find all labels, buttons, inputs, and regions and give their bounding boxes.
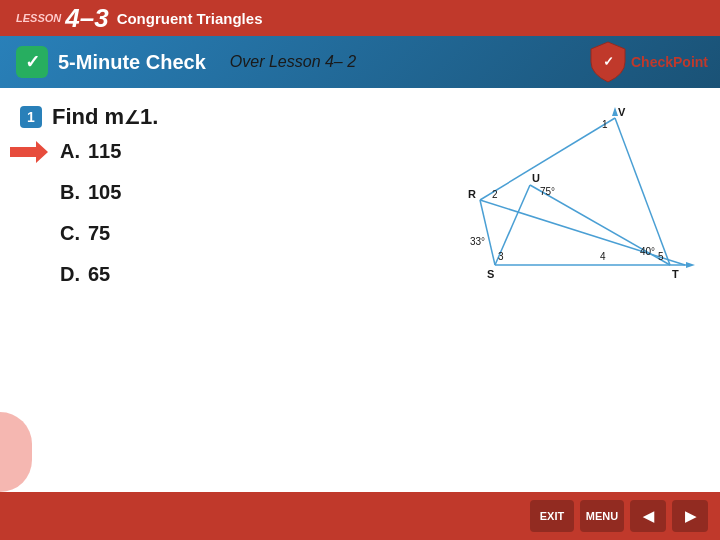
question-text: Find m∠1.: [52, 104, 158, 130]
svg-text:R: R: [468, 188, 476, 200]
svg-text:U: U: [532, 172, 540, 184]
bottom-nav: EXIT MENU ◀ ▶: [0, 492, 720, 540]
svg-text:4: 4: [600, 251, 606, 262]
svg-line-3: [480, 200, 495, 265]
svg-text:2: 2: [492, 189, 498, 200]
question-text-main: Find m: [52, 104, 124, 129]
answer-c-letter: C.: [60, 222, 88, 245]
check-icon-box: ✓: [16, 46, 48, 78]
answer-c-value: 75: [88, 222, 110, 245]
answer-b-value: 105: [88, 181, 121, 204]
svg-text:40°: 40°: [640, 246, 655, 257]
geometry-diagram: V R U S T 1 2 3 4 5 75° 33° 40°: [440, 90, 700, 310]
left-swoosh-decoration: [0, 412, 32, 492]
diagram-svg: V R U S T 1 2 3 4 5 75° 33° 40°: [440, 90, 700, 310]
menu-button[interactable]: MENU: [580, 500, 624, 532]
question-number-badge: 1: [20, 106, 42, 128]
answer-a-letter: A.: [60, 140, 88, 163]
checkpoint-shield-icon: ✓: [589, 40, 627, 84]
lesson-label: LESSON: [16, 12, 61, 24]
next-button[interactable]: ▶: [672, 500, 708, 532]
svg-line-5: [615, 118, 670, 265]
answer-d-letter: D.: [60, 263, 88, 286]
selected-arrow-icon: [10, 141, 48, 163]
over-lesson-text: Over Lesson 4– 2: [230, 53, 356, 71]
checkpoint-logo: ✓ CheckPoint: [589, 40, 708, 84]
prev-button[interactable]: ◀: [630, 500, 666, 532]
answer-d-value: 65: [88, 263, 110, 286]
svg-marker-1: [10, 141, 48, 163]
svg-text:1: 1: [602, 119, 608, 130]
exit-button[interactable]: EXIT: [530, 500, 574, 532]
question-num: 1.: [140, 104, 158, 129]
angle-symbol: ∠: [124, 108, 140, 128]
svg-marker-10: [686, 262, 695, 268]
main-content: ✓ 5-Minute Check Over Lesson 4– 2 ✓ Chec…: [0, 36, 720, 540]
svg-text:✓: ✓: [602, 54, 613, 69]
svg-text:3: 3: [498, 251, 504, 262]
answer-a-value: 115: [88, 140, 121, 163]
checkmark-icon: ✓: [25, 51, 40, 73]
lesson-badge: LESSON 4–3: [12, 5, 109, 31]
five-min-banner: ✓ 5-Minute Check Over Lesson 4– 2 ✓ Chec…: [0, 36, 720, 88]
checkpoint-text: CheckPoint: [631, 54, 708, 70]
lesson-number: 4–3: [65, 5, 108, 31]
svg-text:V: V: [618, 106, 626, 118]
svg-text:T: T: [672, 268, 679, 280]
five-min-title: 5-Minute Check: [58, 51, 206, 74]
answer-b-letter: B.: [60, 181, 88, 204]
lesson-title: Congruent Triangles: [117, 10, 263, 27]
svg-text:75°: 75°: [540, 186, 555, 197]
top-bar: LESSON 4–3 Congruent Triangles: [0, 0, 720, 36]
svg-text:S: S: [487, 268, 494, 280]
svg-text:33°: 33°: [470, 236, 485, 247]
svg-text:5: 5: [658, 251, 664, 262]
